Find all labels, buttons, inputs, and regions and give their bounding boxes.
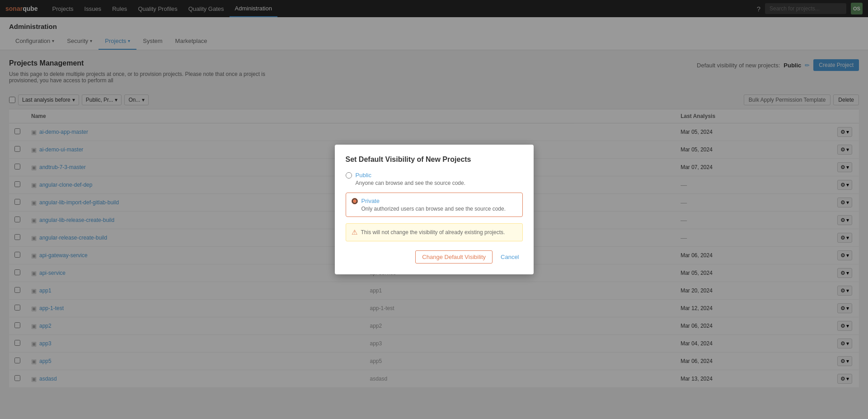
- private-description: Only authorized users can browse and see…: [361, 206, 517, 212]
- modal-footer: Change Default Visibility Cancel: [346, 250, 523, 264]
- change-visibility-button[interactable]: Change Default Visibility: [415, 250, 493, 264]
- public-label: Public: [356, 172, 371, 179]
- visibility-modal: Set Default Visibility of New Projects P…: [335, 145, 534, 274]
- warning-text: This will not change the visibility of a…: [361, 229, 505, 235]
- cancel-button[interactable]: Cancel: [497, 251, 522, 263]
- public-description: Anyone can browse and see the source cod…: [356, 180, 523, 186]
- warning-icon: ⚠: [352, 228, 357, 236]
- private-label: Private: [361, 198, 380, 204]
- private-option: Private Only authorized users can browse…: [352, 198, 517, 212]
- private-radio[interactable]: [352, 198, 358, 204]
- warning-box: ⚠ This will not change the visibility of…: [346, 223, 523, 241]
- public-radio[interactable]: [346, 172, 352, 179]
- modal-title: Set Default Visibility of New Projects: [346, 155, 523, 164]
- private-option-box: Private Only authorized users can browse…: [346, 193, 523, 217]
- modal-overlay[interactable]: Set Default Visibility of New Projects P…: [0, 0, 868, 397]
- public-option: Public Anyone can browse and see the sou…: [346, 172, 523, 186]
